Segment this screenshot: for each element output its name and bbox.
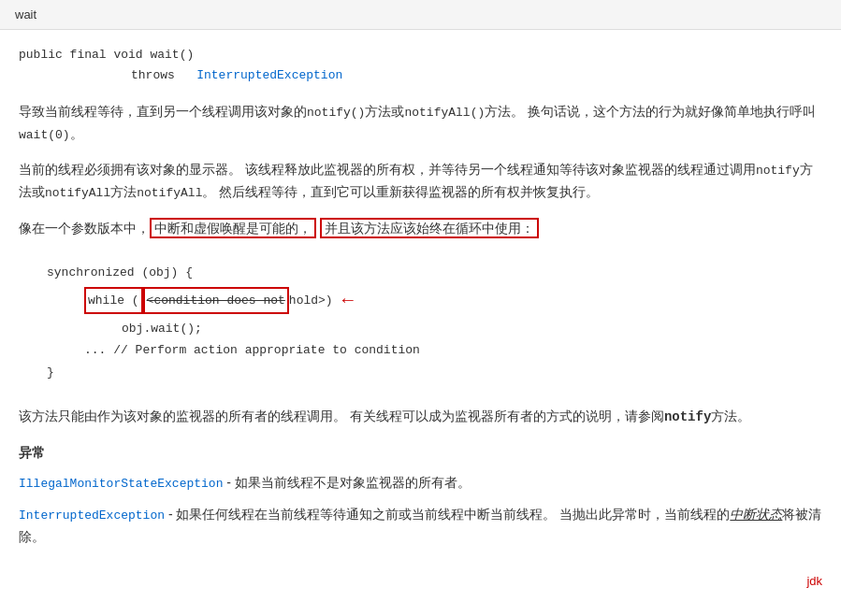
- content-area: public final void wait() throws Interrup…: [0, 30, 841, 573]
- while-keyword: while (: [84, 287, 143, 314]
- interrupt-status: 中断状态: [730, 507, 782, 522]
- illegal-monitor-exception-link[interactable]: IllegalMonitorStateException: [19, 477, 223, 491]
- exception-title: 异常: [19, 442, 822, 465]
- hold-text: hold>): [289, 290, 333, 311]
- notifyall-p2: notifyAll: [45, 186, 110, 200]
- code-wait: obj.wait();: [122, 318, 202, 339]
- notify-p2: notify: [756, 164, 800, 178]
- highlight-loop: 并且该方法应该始终在循环中使用：: [320, 218, 539, 238]
- red-arrow-icon: ←: [342, 284, 354, 318]
- code-line-4: ... // Perform action appropriate to con…: [47, 339, 822, 361]
- code-line-2: while ( <condition does not hold>) ←: [47, 284, 822, 318]
- code-line-3: obj.wait();: [47, 318, 822, 339]
- exception1-desc: - 如果当前线程不是对象监视器的所有者。: [226, 475, 471, 490]
- notifyall-inline: notifyAll(): [404, 106, 485, 120]
- exception-item-2: InterruptedException - 如果任何线程在当前线程等待通知之前…: [19, 504, 822, 549]
- exception-item-1: IllegalMonitorStateException - 如果当前线程不是对…: [19, 472, 822, 494]
- interrupted-exception-link[interactable]: InterruptedException: [19, 509, 165, 523]
- code-close-brace: }: [47, 362, 54, 383]
- condition-text: <condition does not: [143, 287, 289, 314]
- paragraph-4: 该方法只能由作为该对象的监视器的所有者的线程调用。 有关线程可以成为监视器所有者…: [19, 406, 822, 429]
- exception-section: 异常 IllegalMonitorStateException - 如果当前线程…: [19, 442, 822, 549]
- notify-bold: notify: [664, 409, 711, 424]
- page-container: wait public final void wait() throws Int…: [0, 0, 841, 597]
- code-synchronized: synchronized (obj) {: [47, 262, 193, 283]
- method-signature: public final void wait() throws Interrup…: [19, 45, 822, 86]
- arrow-container: ←: [333, 284, 354, 318]
- notify-inline: notify(): [307, 106, 365, 120]
- paragraph-2: 当前的线程必须拥有该对象的显示器。 该线程释放此监视器的所有权，并等待另一个线程…: [19, 159, 822, 204]
- method-text: public final void wait(): [19, 48, 194, 62]
- code-comment: ... // Perform action appropriate to con…: [84, 339, 420, 361]
- jdk-link[interactable]: jdk: [806, 574, 822, 588]
- notifyall2-p2: notifyAll: [137, 186, 202, 200]
- code-line-5: }: [47, 362, 822, 383]
- title-bar: wait: [0, 0, 841, 30]
- page-title: wait: [15, 7, 36, 21]
- highlight-interrupt: 中断和虚假唤醒是可能的，: [150, 218, 316, 238]
- throws-exception-link[interactable]: InterruptedException: [196, 68, 342, 82]
- code-line-1: synchronized (obj) {: [47, 262, 822, 283]
- jdk-link-container: jdk: [0, 573, 841, 597]
- method-line2: throws InterruptedException: [19, 65, 822, 86]
- wait0-inline: wait(0): [19, 128, 70, 142]
- code-block: synchronized (obj) { while ( <condition …: [19, 252, 822, 393]
- throws-keyword: throws: [131, 68, 175, 82]
- paragraph-3: 像在一个参数版本中，中断和虚假唤醒是可能的， 并且该方法应该始终在循环中使用：: [19, 218, 822, 240]
- method-line1: public final void wait(): [19, 45, 822, 65]
- paragraph-1: 导致当前线程等待，直到另一个线程调用该对象的notify()方法或notifyA…: [19, 101, 822, 146]
